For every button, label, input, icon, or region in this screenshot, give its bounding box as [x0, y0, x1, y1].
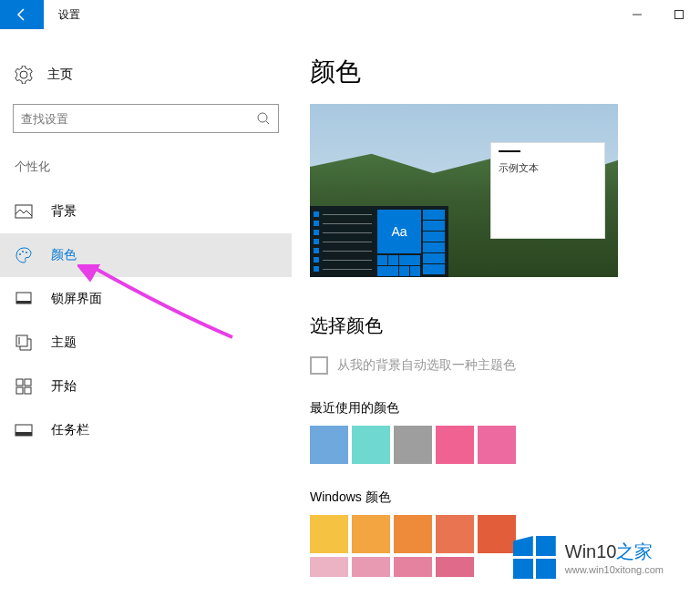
windows-colors-heading: Windows 颜色 [310, 489, 678, 506]
color-swatch[interactable] [436, 515, 474, 553]
preview-window: 示例文本 [490, 142, 605, 239]
color-swatch[interactable] [394, 426, 432, 464]
svg-point-5 [19, 253, 21, 255]
nav-label: 任务栏 [51, 422, 89, 438]
desktop-preview: 示例文本 Aa [310, 104, 618, 277]
checkbox-icon[interactable] [310, 356, 328, 375]
checkbox-label: 从我的背景自动选取一种主题色 [337, 357, 516, 374]
svg-line-3 [266, 121, 269, 124]
search-box[interactable] [13, 104, 279, 133]
start-icon [15, 377, 33, 396]
color-swatch[interactable] [478, 426, 516, 464]
color-swatch[interactable] [352, 557, 390, 577]
recent-colors-heading: 最近使用的颜色 [310, 400, 678, 417]
maximize-icon [674, 9, 685, 20]
picture-icon [15, 202, 33, 221]
home-link[interactable]: 主页 [0, 57, 292, 93]
svg-rect-15 [25, 387, 31, 394]
maximize-button[interactable] [658, 0, 700, 29]
content-area: 主页 个性化 背景 颜色 锁屏界面 主题 开始 任务栏 [0, 29, 700, 597]
nav-label: 主题 [51, 335, 77, 351]
nav-lockscreen[interactable]: 锁屏界面 [0, 277, 292, 321]
color-swatch[interactable] [310, 515, 348, 553]
watermark-title: Win10之家 [565, 540, 664, 564]
nav-label: 背景 [51, 203, 77, 220]
page-title: 颜色 [310, 55, 678, 89]
color-swatch[interactable] [352, 515, 390, 553]
title-bar: 设置 [0, 0, 700, 29]
preview-tile: Aa [377, 210, 421, 253]
nav-themes[interactable]: 主题 [0, 321, 292, 365]
svg-rect-1 [675, 11, 684, 19]
svg-rect-17 [15, 432, 32, 436]
watermark-url: www.win10xitong.com [565, 564, 664, 575]
minimize-button[interactable] [616, 0, 658, 29]
svg-rect-9 [16, 301, 31, 304]
color-swatch[interactable] [394, 515, 432, 553]
color-swatch[interactable] [436, 557, 474, 577]
svg-rect-14 [16, 387, 23, 394]
home-label: 主页 [47, 67, 73, 83]
color-swatch[interactable] [310, 557, 348, 577]
sample-text: 示例文本 [499, 161, 597, 175]
back-button[interactable] [0, 0, 44, 29]
color-swatch[interactable] [478, 515, 516, 553]
svg-point-2 [258, 113, 267, 122]
preview-taskbar: Aa [310, 206, 448, 277]
color-swatch[interactable] [436, 426, 474, 464]
section-header: 个性化 [0, 159, 292, 175]
main-panel: 颜色 示例文本 Aa [292, 29, 700, 597]
svg-point-6 [22, 251, 24, 252]
color-swatch[interactable] [352, 426, 390, 464]
nav-start[interactable]: 开始 [0, 365, 292, 408]
nav-label: 开始 [51, 378, 77, 395]
color-swatch[interactable] [310, 426, 348, 464]
palette-icon [15, 246, 33, 264]
gear-icon [15, 66, 33, 84]
search-input[interactable] [21, 112, 256, 126]
search-icon [256, 111, 271, 126]
lockscreen-icon [15, 290, 33, 308]
arrow-left-icon [15, 7, 29, 22]
color-swatch[interactable] [394, 557, 432, 577]
nav-label: 颜色 [51, 247, 77, 263]
window-title: 设置 [58, 7, 80, 23]
svg-rect-12 [16, 379, 23, 386]
nav-colors[interactable]: 颜色 [0, 233, 292, 277]
svg-rect-10 [16, 335, 27, 346]
auto-color-checkbox-row[interactable]: 从我的背景自动选取一种主题色 [310, 356, 678, 375]
minimize-icon [632, 9, 643, 20]
svg-point-7 [26, 252, 27, 253]
nav-background[interactable]: 背景 [0, 190, 292, 233]
watermark: Win10之家 www.win10xitong.com [513, 536, 664, 579]
recent-colors [310, 426, 678, 464]
windows-logo-icon [513, 536, 556, 579]
nav-label: 锁屏界面 [51, 291, 102, 307]
theme-icon [15, 334, 33, 352]
window-controls [616, 0, 700, 29]
sidebar: 主页 个性化 背景 颜色 锁屏界面 主题 开始 任务栏 [0, 29, 292, 597]
taskbar-icon [15, 421, 33, 439]
svg-rect-13 [25, 379, 31, 386]
nav-taskbar[interactable]: 任务栏 [0, 408, 292, 452]
choose-color-heading: 选择颜色 [310, 314, 678, 338]
